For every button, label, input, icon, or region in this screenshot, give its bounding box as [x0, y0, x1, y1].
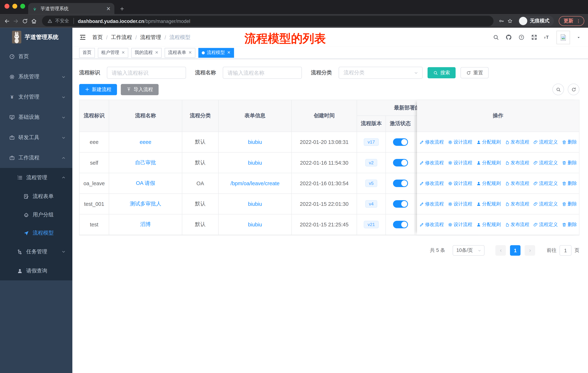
- import-process-button[interactable]: 导入流程: [121, 84, 158, 95]
- sidebar-item-dev-tools[interactable]: 研发工具: [0, 128, 72, 148]
- sidebar-item-user-group[interactable]: 用户分组: [0, 205, 72, 224]
- refresh-table-button[interactable]: [568, 84, 579, 95]
- process-name-link[interactable]: 滔博: [140, 221, 151, 228]
- tag-close-icon[interactable]: ✕: [227, 50, 231, 55]
- sidebar-logo[interactable]: 芋道管理系统: [0, 28, 72, 46]
- active-toggle[interactable]: [393, 159, 408, 166]
- process-name-link[interactable]: eeee: [140, 139, 151, 145]
- assign-rules-link[interactable]: 分配规则: [476, 139, 501, 145]
- browser-update-button[interactable]: 更新: [559, 16, 584, 26]
- active-toggle[interactable]: [393, 180, 408, 187]
- reset-button[interactable]: 重置: [460, 67, 488, 78]
- page-size-select[interactable]: 10条/页: [452, 245, 484, 256]
- breadcrumb-item[interactable]: 首页: [92, 34, 103, 40]
- sidebar-item-task-management[interactable]: 任务管理: [0, 242, 72, 261]
- zoom-window-button[interactable]: [20, 4, 25, 9]
- modify-process-link[interactable]: 修改流程: [419, 221, 444, 228]
- design-process-link[interactable]: 设计流程: [448, 180, 472, 186]
- not-secure-warning-icon[interactable]: [47, 18, 52, 24]
- search-button[interactable]: 搜索: [427, 67, 455, 78]
- process-name-link[interactable]: 自己审批: [135, 159, 156, 166]
- delete-link[interactable]: 删除: [562, 221, 577, 228]
- process-definition-link[interactable]: 流程定义: [533, 139, 558, 145]
- bookmark-star-icon[interactable]: [507, 18, 513, 24]
- close-window-button[interactable]: [5, 4, 10, 9]
- modify-process-link[interactable]: 修改流程: [419, 139, 444, 145]
- github-icon[interactable]: [505, 34, 512, 40]
- delete-link[interactable]: 删除: [562, 201, 577, 207]
- assign-rules-link[interactable]: 分配规则: [476, 180, 501, 186]
- new-tab-button[interactable]: [120, 6, 125, 11]
- assign-rules-link[interactable]: 分配规则: [476, 160, 501, 166]
- modify-process-link[interactable]: 修改流程: [419, 180, 444, 186]
- tag-close-icon[interactable]: ✕: [122, 50, 125, 55]
- sidebar-item-process-form[interactable]: 流程表单: [0, 187, 72, 205]
- modify-process-link[interactable]: 修改流程: [419, 160, 444, 166]
- goto-page-input[interactable]: [560, 245, 572, 256]
- category-select[interactable]: 流程分类: [339, 67, 423, 79]
- minimize-window-button[interactable]: [12, 4, 17, 9]
- caret-down-icon[interactable]: [576, 35, 581, 40]
- tag-my-process[interactable]: 我的流程✕: [131, 48, 162, 58]
- back-icon[interactable]: [4, 18, 10, 24]
- design-process-link[interactable]: 设计流程: [448, 221, 472, 228]
- avatar[interactable]: [556, 30, 570, 44]
- sidebar-item-infrastructure[interactable]: 基础设施: [0, 107, 72, 128]
- page-number-button[interactable]: 1: [510, 245, 521, 256]
- tag-close-icon[interactable]: ✕: [155, 50, 158, 55]
- design-process-link[interactable]: 设计流程: [448, 201, 472, 207]
- tag-process-model-active[interactable]: 流程模型✕: [198, 48, 234, 58]
- form-info-link[interactable]: /bpm/oa/leave/create: [231, 180, 280, 186]
- delete-link[interactable]: 删除: [562, 160, 577, 166]
- sidebar-item-system[interactable]: 系统管理: [0, 67, 72, 87]
- process-definition-link[interactable]: 流程定义: [533, 160, 558, 166]
- form-info-link[interactable]: biubiu: [248, 201, 262, 207]
- create-process-button[interactable]: 新建流程: [79, 84, 117, 95]
- browser-menu-dots-icon[interactable]: [576, 19, 581, 23]
- breadcrumb-item[interactable]: 工作流程: [111, 34, 132, 40]
- sidebar-item-home[interactable]: 首页: [0, 46, 72, 67]
- form-info-link[interactable]: biubiu: [248, 160, 262, 166]
- sidebar-item-leave-query[interactable]: 请假查询: [0, 261, 72, 281]
- deploy-process-link[interactable]: 发布流程: [504, 180, 529, 186]
- breadcrumb-item[interactable]: 流程管理: [140, 34, 161, 40]
- tag-close-icon[interactable]: ✕: [189, 50, 192, 55]
- sidebar-item-payment[interactable]: 支付管理: [0, 87, 72, 107]
- assign-rules-link[interactable]: 分配规则: [476, 201, 501, 207]
- forward-icon[interactable]: [13, 18, 19, 24]
- deploy-process-link[interactable]: 发布流程: [504, 201, 529, 207]
- home-icon[interactable]: [31, 18, 37, 24]
- browser-tab[interactable]: 芋道管理系统 ✕: [28, 3, 114, 14]
- assign-rules-link[interactable]: 分配规则: [476, 221, 501, 228]
- show-search-toggle-button[interactable]: [552, 84, 564, 95]
- tag-home[interactable]: 首页: [79, 48, 95, 58]
- form-info-link[interactable]: biubiu: [248, 222, 262, 227]
- url-bar[interactable]: 不安全 dashboard.yudao.iocoder.cn/bpm/manag…: [42, 16, 494, 26]
- sidebar-item-workflow[interactable]: 工作流程: [0, 148, 72, 168]
- prev-page-button[interactable]: [495, 245, 506, 256]
- sidebar-collapse-icon[interactable]: [79, 34, 86, 41]
- next-page-button[interactable]: [525, 245, 535, 256]
- deploy-process-link[interactable]: 发布流程: [504, 221, 529, 228]
- process-definition-link[interactable]: 流程定义: [533, 201, 558, 207]
- form-info-link[interactable]: biubiu: [248, 139, 262, 145]
- delete-link[interactable]: 删除: [562, 180, 577, 186]
- window-controls[interactable]: [5, 4, 25, 9]
- fullscreen-icon[interactable]: [531, 34, 537, 40]
- design-process-link[interactable]: 设计流程: [448, 160, 472, 166]
- process-name-link[interactable]: OA 请假: [136, 180, 155, 187]
- process-name-input[interactable]: [223, 67, 302, 79]
- active-toggle[interactable]: [393, 200, 408, 208]
- sidebar-item-process-model[interactable]: 流程模型: [0, 224, 72, 242]
- process-id-input[interactable]: [107, 67, 186, 79]
- deploy-process-link[interactable]: 发布流程: [504, 160, 529, 166]
- password-key-icon[interactable]: [498, 18, 504, 24]
- tag-tenant[interactable]: 租户管理✕: [98, 48, 128, 58]
- process-definition-link[interactable]: 流程定义: [533, 221, 558, 228]
- process-name-link[interactable]: 测试多审批人: [130, 201, 161, 207]
- active-toggle[interactable]: [393, 138, 408, 146]
- modify-process-link[interactable]: 修改流程: [419, 201, 444, 207]
- help-icon[interactable]: [518, 34, 525, 40]
- deploy-process-link[interactable]: 发布流程: [504, 139, 529, 145]
- font-size-icon[interactable]: [544, 34, 550, 40]
